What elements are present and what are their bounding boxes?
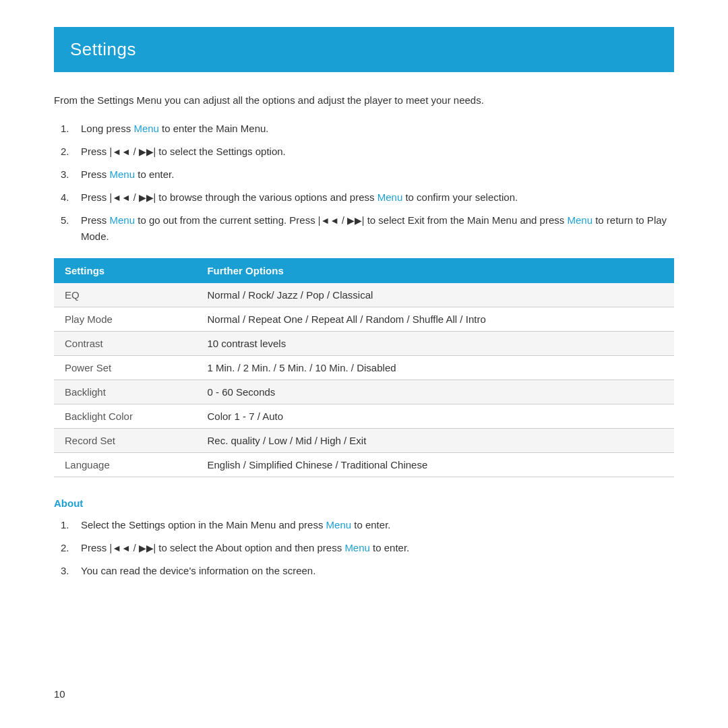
- table-row: Play Mode Normal / Repeat One / Repeat A…: [54, 307, 674, 332]
- table-row: Record Set Rec. quality / Low / Mid / Hi…: [54, 429, 674, 453]
- setting-name: Power Set: [54, 356, 196, 380]
- table-row: Language English / Simplified Chinese / …: [54, 453, 674, 477]
- about-step-2-num: 2.: [61, 540, 81, 556]
- step-5: 5. Press Menu to go out from the current…: [61, 212, 674, 245]
- step-1: 1. Long press Menu to enter the Main Men…: [61, 121, 674, 137]
- setting-name: Backlight Color: [54, 404, 196, 429]
- setting-options: Color 1 - 7 / Auto: [196, 404, 674, 429]
- table-header-row: Settings Further Options: [54, 258, 674, 283]
- table-row: Backlight 0 - 60 Seconds: [54, 380, 674, 404]
- setting-name: Language: [54, 453, 196, 477]
- menu-link-3: Menu: [377, 191, 403, 203]
- menu-link-2: Menu: [110, 169, 135, 180]
- step-3-content: Press Menu to enter.: [81, 166, 674, 183]
- step-2-num: 2.: [61, 144, 81, 160]
- table-row: Contrast 10 contrast levels: [54, 332, 674, 356]
- about-step-3-content: You can read the device's information on…: [81, 563, 674, 579]
- about-step-1: 1. Select the Settings option in the Mai…: [61, 517, 674, 533]
- step-4: 4. Press |◄◄ / ▶▶| to browse through the…: [61, 189, 674, 206]
- about-step-1-content: Select the Settings option in the Main M…: [81, 517, 674, 533]
- step-4-content: Press |◄◄ / ▶▶| to browse through the va…: [81, 189, 674, 206]
- menu-link-6: Menu: [326, 519, 352, 530]
- steps-list: 1. Long press Menu to enter the Main Men…: [54, 121, 674, 245]
- step-5-content: Press Menu to go out from the current se…: [81, 212, 674, 245]
- step-1-num: 1.: [61, 121, 81, 137]
- table-row: EQ Normal / Rock/ Jazz / Pop / Classical: [54, 283, 674, 307]
- step-2: 2. Press |◄◄ / ▶▶| to select the Setting…: [61, 144, 674, 160]
- table-body: EQ Normal / Rock/ Jazz / Pop / Classical…: [54, 283, 674, 477]
- menu-link-7: Menu: [344, 542, 370, 553]
- about-step-3-num: 3.: [61, 563, 81, 579]
- setting-name: Backlight: [54, 380, 196, 404]
- about-step-2: 2. Press |◄◄ / ▶▶| to select the About o…: [61, 540, 674, 556]
- setting-name: Play Mode: [54, 307, 196, 332]
- setting-options: 1 Min. / 2 Min. / 5 Min. / 10 Min. / Dis…: [196, 356, 674, 380]
- intro-text: From the Settings Menu you can adjust al…: [54, 92, 674, 109]
- btn-icon-4: |◄◄ / ▶▶|: [110, 543, 156, 553]
- setting-options: 0 - 60 Seconds: [196, 380, 674, 404]
- about-heading: About: [54, 497, 674, 509]
- setting-options: Normal / Repeat One / Repeat All / Rando…: [196, 307, 674, 332]
- step-3: 3. Press Menu to enter.: [61, 166, 674, 183]
- btn-icon-2: |◄◄ / ▶▶|: [110, 192, 156, 203]
- step-1-content: Long press Menu to enter the Main Menu.: [81, 121, 674, 137]
- col-header-settings: Settings: [54, 258, 196, 283]
- step-4-num: 4.: [61, 189, 81, 206]
- about-steps-list: 1. Select the Settings option in the Mai…: [54, 517, 674, 579]
- btn-icon-3: |◄◄ / ▶▶|: [318, 215, 365, 226]
- step-5-num: 5.: [61, 212, 81, 245]
- btn-icon-1: |◄◄ / ▶▶|: [110, 146, 156, 157]
- settings-table: Settings Further Options EQ Normal / Roc…: [54, 258, 674, 477]
- page-title: Settings: [70, 39, 658, 60]
- page-number: 10: [54, 688, 65, 700]
- setting-options: English / Simplified Chinese / Tradition…: [196, 453, 674, 477]
- setting-options: Rec. quality / Low / Mid / High / Exit: [196, 429, 674, 453]
- table-row: Backlight Color Color 1 - 7 / Auto: [54, 404, 674, 429]
- setting-name: Record Set: [54, 429, 196, 453]
- setting-name: EQ: [54, 283, 196, 307]
- setting-name: Contrast: [54, 332, 196, 356]
- page-container: Settings From the Settings Menu you can …: [0, 0, 728, 728]
- step-2-content: Press |◄◄ / ▶▶| to select the Settings o…: [81, 144, 674, 160]
- menu-link-5: Menu: [567, 214, 593, 226]
- about-step-2-content: Press |◄◄ / ▶▶| to select the About opti…: [81, 540, 674, 556]
- menu-link-4: Menu: [110, 214, 135, 226]
- menu-link-1: Menu: [133, 123, 159, 134]
- about-step-1-num: 1.: [61, 517, 81, 533]
- setting-options: Normal / Rock/ Jazz / Pop / Classical: [196, 283, 674, 307]
- header-banner: Settings: [54, 27, 674, 72]
- about-step-3: 3. You can read the device's information…: [61, 563, 674, 579]
- step-3-num: 3.: [61, 166, 81, 183]
- table-header: Settings Further Options: [54, 258, 674, 283]
- col-header-options: Further Options: [196, 258, 674, 283]
- table-row: Power Set 1 Min. / 2 Min. / 5 Min. / 10 …: [54, 356, 674, 380]
- setting-options: 10 contrast levels: [196, 332, 674, 356]
- about-section: About 1. Select the Settings option in t…: [54, 497, 674, 579]
